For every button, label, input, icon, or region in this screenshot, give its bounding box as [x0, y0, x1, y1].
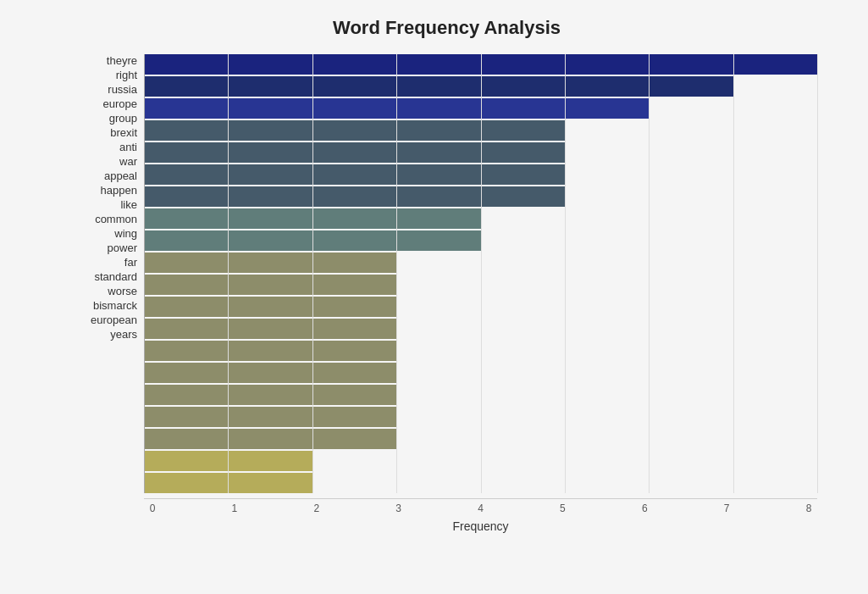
bar-fill [144, 164, 565, 185]
x-tick-label: 8 [800, 502, 817, 514]
bar-fill [144, 142, 565, 163]
x-tick-label: 4 [473, 502, 489, 514]
bar-row [144, 230, 817, 251]
x-tick-label: 0 [144, 502, 161, 514]
bar-fill [144, 208, 481, 229]
bar-fill [144, 98, 649, 119]
bar-label: brexit [76, 126, 144, 139]
bar-label: happen [76, 184, 144, 197]
bar-fill [144, 451, 312, 471]
bar-label: european [76, 314, 144, 326]
bar-label: appeal [76, 169, 144, 182]
bar-fill [144, 120, 565, 141]
bar-row [144, 164, 817, 185]
bar-label: theyre [76, 54, 144, 67]
bar-row [144, 253, 817, 273]
bar-label: war [76, 155, 144, 168]
bar-row [144, 319, 817, 339]
bar-fill [144, 341, 396, 361]
bar-fill [144, 407, 396, 427]
x-tick-label: 3 [390, 502, 407, 514]
bar-row [144, 385, 817, 405]
bar-fill [144, 76, 733, 97]
bar-fill [144, 429, 396, 449]
bar-label: power [76, 241, 144, 254]
bar-row [144, 297, 817, 317]
x-tick-label: 1 [226, 502, 243, 514]
bar-label: group [76, 112, 144, 125]
bar-fill [144, 473, 312, 493]
x-axis: 012345678 [144, 498, 817, 514]
bar-label: worse [76, 285, 144, 297]
x-tick-label: 5 [554, 502, 571, 514]
grid-line [817, 54, 818, 493]
chart-container: Word Frequency Analysis theyrerightrussi… [0, 0, 868, 594]
bar-row [144, 186, 817, 207]
bar-row [144, 407, 817, 427]
bar-row [144, 451, 817, 471]
bar-fill [144, 54, 817, 75]
bar-fill [144, 319, 396, 339]
bar-label: europe [76, 97, 144, 110]
bars-column [144, 54, 817, 493]
bar-row [144, 120, 817, 141]
bar-fill [144, 230, 481, 251]
bar-label: bismarck [76, 299, 144, 312]
chart-title: Word Frequency Analysis [76, 17, 817, 39]
bar-row [144, 363, 817, 383]
bar-row [144, 473, 817, 493]
bar-label: russia [76, 83, 144, 96]
bar-label: right [76, 69, 144, 81]
bar-row [144, 76, 817, 97]
bar-fill [144, 275, 396, 295]
labels-column: theyrerightrussiaeuropegroupbrexitantiwa… [76, 54, 144, 493]
bar-fill [144, 363, 396, 383]
bar-label: common [76, 213, 144, 225]
bar-fill [144, 186, 565, 207]
bar-label: standard [76, 270, 144, 283]
x-tick-label: 2 [308, 502, 325, 514]
bar-row [144, 429, 817, 449]
bar-fill [144, 297, 396, 317]
bar-label: wing [76, 227, 144, 240]
bar-label: far [76, 256, 144, 269]
bar-row [144, 98, 817, 119]
bar-label: anti [76, 141, 144, 153]
x-tick-label: 7 [718, 502, 735, 514]
bar-label: like [76, 198, 144, 211]
bar-fill [144, 253, 396, 273]
bar-row [144, 341, 817, 361]
bar-row [144, 208, 817, 229]
bar-row [144, 275, 817, 295]
bar-label: years [76, 328, 144, 341]
x-tick-label: 6 [636, 502, 653, 514]
bar-fill [144, 385, 396, 405]
x-axis-label: Frequency [144, 519, 817, 533]
bar-row [144, 142, 817, 163]
bar-row [144, 54, 817, 75]
